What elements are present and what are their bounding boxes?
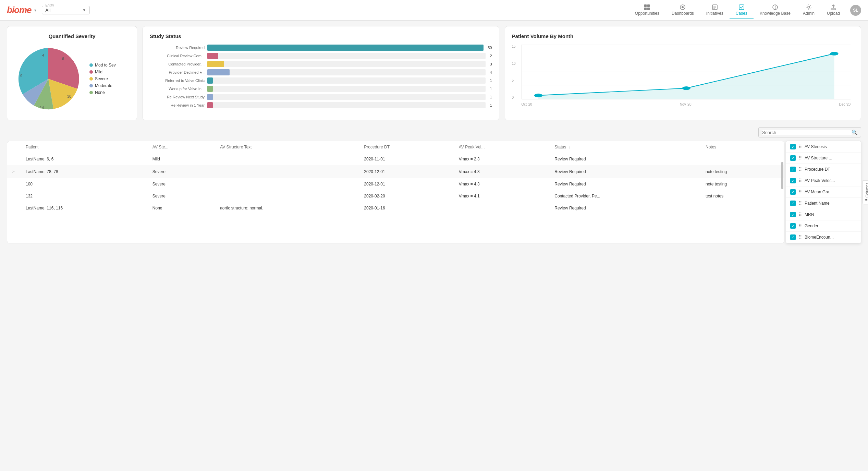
table-row: 100 Severe 2020-12-01 Vmax = 4.3 Review … [7,178,784,190]
bar-value-8: 1 [490,103,492,107]
row-status-4: Contacted Provider, Pe... [550,190,701,202]
bar-fill-8 [207,102,213,108]
bar-fill-7 [207,94,213,100]
col-panel-item-av-mean-gra: ✓ ⠿ AV Mean Gra... [786,186,861,198]
svg-marker-25 [538,54,834,99]
drag-handle-av-peak-veloc[interactable]: ⠿ [798,178,802,183]
drag-handle-av-structure[interactable]: ⠿ [798,155,802,161]
drag-handle-patient-name[interactable]: ⠿ [798,201,802,206]
row-patient-3: 100 [22,178,148,190]
line-chart-area: 15 10 5 0 [512,45,854,106]
user-avatar[interactable]: SL [850,5,861,16]
bar-row-7: Re Review Next Study 1 [150,94,492,100]
col-header-patient[interactable]: Patient [22,141,148,153]
col-checkbox-procedure-dt[interactable]: ✓ [790,167,796,172]
bar-fill-2 [207,53,218,59]
nav-opportunities[interactable]: Opportunities [629,1,665,19]
bar-fill-1 [207,45,484,51]
search-input[interactable] [762,130,852,135]
column-panel-wrapper: ✓ ⠿ AV Stenosis ✓ ⠿ AV Structure ... ✓ ⠿… [786,141,861,243]
nav-upload[interactable]: Upload [821,1,846,19]
col-header-av-stenosis[interactable]: AV Ste... [148,141,216,153]
row-status-3: Review Required [550,178,701,190]
knowledge-base-icon [772,4,778,10]
x-label-dec: Dec '20 [839,102,851,106]
bar-track-5 [207,77,486,84]
sort-icon: ↓ [569,145,571,149]
drag-handle-biome-encoun[interactable]: ⠿ [798,234,802,240]
col-checkbox-av-mean-gra[interactable]: ✓ [790,189,796,195]
row-status-2: Review Required [550,165,701,178]
drag-handle-mrn[interactable]: ⠿ [798,212,802,217]
bar-label-1: Review Required [150,46,205,50]
col-name-gender: Gender [805,224,857,228]
search-icon[interactable]: 🔍 [852,130,857,135]
line-chart-svg [522,45,851,99]
row-notes-3: note testing [701,178,784,190]
col-checkbox-gender[interactable]: ✓ [790,223,796,229]
drag-handle-procedure-dt[interactable]: ⠿ [798,167,802,172]
drag-handle-av-stenosis[interactable]: ⠿ [798,144,802,149]
drag-handle-av-mean-gra[interactable]: ⠿ [798,189,802,195]
legend-label-mild: Mild [95,70,102,74]
col-checkbox-patient-name[interactable]: ✓ [790,201,796,206]
col-header-av-peak-vel[interactable]: AV Peak Vel... [455,141,551,153]
col-checkbox-av-peak-veloc[interactable]: ✓ [790,178,796,183]
bar-fill-4 [207,69,230,75]
bar-row-2: Clinical Review Com... 2 [150,53,492,59]
main-content: Quantified Severity 6 4 [0,21,868,249]
row-expand-3[interactable] [7,178,22,190]
y-label-5: 5 [512,78,519,82]
col-panel-item-procedure-dt: ✓ ⠿ Procedure DT [786,164,861,175]
row-av-stenosis-2: Severe [148,165,216,178]
row-patient-1: LastName, 6, 6 [22,153,148,165]
svg-text:4: 4 [42,53,44,57]
col-checkbox-biome-encoun[interactable]: ✓ [790,234,796,240]
col-header-status[interactable]: Status ↓ [550,141,701,153]
row-notes-5 [701,202,784,214]
table-card: Patient AV Ste... AV Structure Text Proc… [7,141,784,243]
drag-handle-gender[interactable]: ⠿ [798,223,802,229]
svg-point-5 [682,6,684,8]
chart-inner [522,45,851,99]
svg-rect-2 [644,8,647,10]
table-section-wrapper: 🔍 Patient AV Ste... AV Structure Text Pr… [7,127,861,243]
row-expand-1[interactable] [7,153,22,165]
expand-arrow-icon[interactable]: ＞ [11,169,15,174]
row-status-1: Review Required [550,153,701,165]
svg-rect-15 [831,9,836,10]
logo-chevron-icon: ▾ [34,8,36,13]
col-panel-item-mrn: ✓ ⠿ MRN [786,209,861,220]
entity-value: All [46,8,80,13]
charts-row: Quantified Severity 6 4 [7,26,861,120]
columns-tab[interactable]: ⠿ Columns [863,180,868,204]
col-header-procedure-dt[interactable]: Procedure DT [360,141,454,153]
row-notes-1 [701,153,784,165]
entity-label: Entity [45,3,55,7]
col-checkbox-av-structure[interactable]: ✓ [790,155,796,161]
col-header-notes[interactable]: Notes [701,141,784,153]
row-av-stenosis-3: Severe [148,178,216,190]
scrollbar-thumb[interactable] [781,162,783,189]
row-expand-4[interactable] [7,190,22,202]
col-checkbox-mrn[interactable]: ✓ [790,212,796,217]
bar-fill-5 [207,77,213,84]
col-panel-item-av-peak-veloc: ✓ ⠿ AV Peak Veloc... [786,175,861,186]
nav-cases[interactable]: Cases [730,1,754,19]
entity-selector[interactable]: Entity All ▼ [42,6,90,14]
bar-fill-6 [207,86,213,92]
row-expand-2[interactable]: ＞ [7,165,22,178]
col-header-av-structure[interactable]: AV Structure Text [216,141,360,153]
legend-dot-severe [89,77,93,81]
nav-knowledge-base[interactable]: Knowledge Base [754,1,797,19]
admin-icon [806,4,812,10]
nav-dashboards[interactable]: Dashboards [665,1,700,19]
legend-label-none: None [95,90,105,95]
nav-admin[interactable]: Admin [797,1,821,19]
search-box[interactable]: 🔍 [758,127,861,137]
row-expand-5[interactable] [7,202,22,214]
x-label-nov: Nov '20 [680,102,692,106]
col-checkbox-av-stenosis[interactable]: ✓ [790,144,796,149]
nav-initiatives[interactable]: Initiatives [700,1,730,19]
bar-row-3: Contacted Provider,... 3 [150,61,492,67]
